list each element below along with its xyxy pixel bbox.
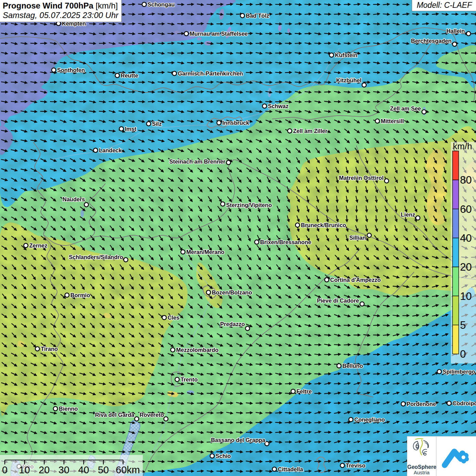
- city-garmisch-partenkirchen: Garmisch-Partenkirchen: [172, 70, 243, 76]
- colorbar-legend: km/h806040201050: [451, 142, 476, 363]
- colorbar-tick-label: 80: [460, 174, 472, 186]
- city-label: Bienno: [59, 406, 78, 412]
- city-marker: [94, 148, 98, 152]
- geosphere-logo: GeoSphere Austria: [407, 436, 436, 476]
- city-label: Rovereto: [139, 412, 164, 418]
- geosphere-logo-line1: GeoSphere: [407, 464, 436, 470]
- city-label: Lienz: [401, 211, 415, 218]
- city-marker: [162, 316, 166, 320]
- city-marker: [291, 389, 295, 393]
- city-mezzolombardo: Mezzolombardo: [171, 347, 219, 353]
- city-imst: Imst: [119, 126, 137, 132]
- city-marker: [84, 203, 88, 207]
- colorbar-tick-label: 5: [460, 319, 466, 331]
- city-marker: [119, 127, 123, 131]
- colorbar-segment-0: [453, 325, 459, 354]
- scale-bar-label: 0: [2, 464, 7, 475]
- city-marker: [375, 119, 379, 123]
- scale-bar-ruler: 0102030405060km: [0, 455, 143, 476]
- colorbar-segment-80: [453, 151, 459, 180]
- city-spilimbergo: Spilimbergo: [437, 369, 475, 375]
- city-marker: [453, 42, 457, 46]
- city-label: Silz: [152, 121, 162, 127]
- colorbar-tick-label: 40: [460, 232, 472, 244]
- city-marker: [147, 122, 151, 126]
- city-marker: [385, 179, 389, 183]
- city-label: Bad Tölz: [246, 13, 269, 19]
- city-label: Mezzolombardo: [176, 347, 219, 353]
- mountain-cloud-logo: [436, 436, 476, 476]
- geosphere-logo-line2: Austria: [407, 470, 436, 475]
- city-tirano: Tirano: [35, 346, 58, 352]
- city-marker: [124, 258, 128, 262]
- city-meran-merano: Meran/Merano: [181, 249, 224, 255]
- city-marker: [349, 418, 353, 422]
- city-marker: [325, 278, 329, 282]
- model-label: Modell: C-LAEF: [412, 0, 476, 11]
- title-box: Prognose Wind 700hPa [km/h] Samstag, 05.…: [0, 0, 122, 22]
- city-silz: Silz: [147, 121, 162, 127]
- city-pordenone: Pordenone: [401, 401, 436, 407]
- city-marker: [135, 417, 139, 421]
- colorbar-segment-10: [453, 267, 459, 296]
- city-brixen-bressanone: Brixen/Bressanone: [255, 239, 311, 245]
- city-label: Pordenone: [407, 401, 436, 407]
- city-label: Brixen/Bressanone: [260, 239, 311, 245]
- map-title: Prognose Wind 700hPa [km/h]: [3, 1, 118, 11]
- city-marker: [447, 401, 451, 405]
- city-label: Kitzbühel: [336, 77, 361, 83]
- city-bozen-bolzano: Bozen/Bolzano: [206, 289, 252, 295]
- colorbar-segment-5: [453, 296, 459, 325]
- city-marker: [65, 293, 69, 297]
- city-marker: [142, 2, 146, 6]
- city-label: Schio: [216, 453, 231, 459]
- scale-bar-label: 30: [58, 464, 69, 475]
- city-cles: Cles: [162, 314, 180, 321]
- city-marker: [172, 71, 176, 75]
- colorbar-segment-40: [453, 209, 459, 238]
- city-marker: [272, 467, 276, 471]
- colorbar-unit-label: km/h: [453, 142, 472, 151]
- city-marker: [164, 417, 168, 421]
- city-label: Zell am Ziller: [293, 128, 327, 134]
- city-label: Murnau am Staffelsee: [190, 31, 248, 37]
- colorbar-tick-label: 10: [460, 290, 472, 302]
- city-marker: [288, 129, 292, 133]
- city-marker: [422, 110, 426, 114]
- city-label: Feltre: [296, 388, 312, 394]
- city-marker: [171, 348, 175, 352]
- map-title-main: Prognose Wind 700hPa: [3, 1, 94, 10]
- city-label: Bruneck/Brunico: [301, 222, 346, 228]
- scale-bar-label: 50: [98, 464, 109, 475]
- city-label: Mittersill: [381, 118, 404, 124]
- city-label: Schwaz: [268, 103, 289, 109]
- scale-bar: 0102030405060km: [0, 455, 143, 476]
- city-marker: [226, 160, 231, 165]
- city-marker: [24, 243, 28, 248]
- city-schio: Schio: [210, 453, 231, 459]
- city-bruneck-brunico: Bruneck/Brunico: [295, 222, 346, 228]
- city-label: Sterzing/Vipiteno: [226, 202, 272, 208]
- colorbar-tick-label: 60: [460, 203, 472, 215]
- city-label: Spilimbergo: [443, 369, 475, 375]
- city-label: Nauders: [63, 196, 85, 202]
- city-sterzing-vipiteno: Sterzing/Vipiteno: [221, 202, 272, 208]
- city-marker: [340, 463, 344, 468]
- city-murnau-am-staffelsee: Murnau am Staffelsee: [184, 31, 248, 37]
- map-subtitle: Samstag, 05.07.2025 23:00 Uhr: [3, 11, 118, 20]
- city-marker: [115, 73, 119, 78]
- city-marker: [240, 14, 244, 18]
- city-marker: [52, 68, 56, 72]
- city-label: Bassano del Grappa: [211, 437, 265, 443]
- city-label: Cles: [168, 314, 180, 321]
- colorbar-tick-label: 20: [460, 261, 472, 273]
- city-label: Landeck: [99, 147, 122, 153]
- city-zell-am-ziller: Zell am Ziller: [288, 128, 328, 134]
- city-label: Treviso: [346, 462, 366, 469]
- city-marker: [184, 32, 188, 36]
- wind-forecast-map-screenshot: SchongauBad TölzKemptenMurnau am Staffel…: [0, 0, 476, 476]
- city-marker: [360, 302, 364, 306]
- city-feltre: Feltre: [291, 388, 312, 394]
- city-label: Schongau: [148, 1, 175, 7]
- city-marker: [35, 347, 39, 351]
